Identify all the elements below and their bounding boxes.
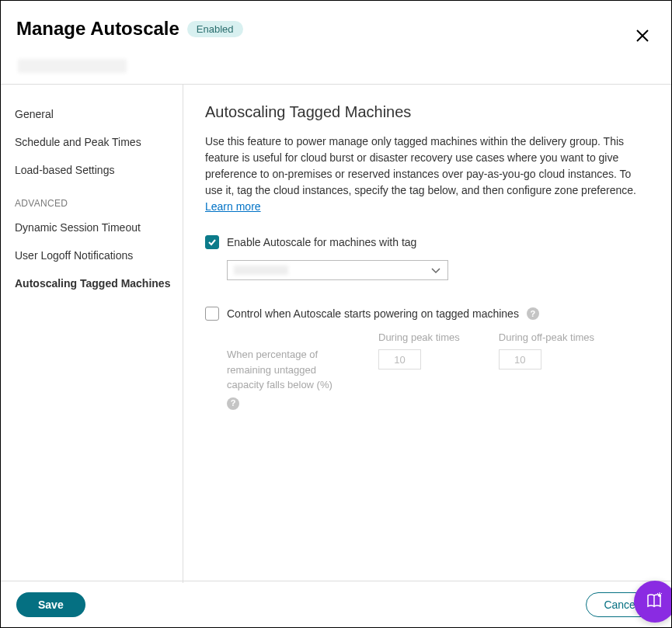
status-badge: Enabled — [187, 21, 243, 37]
enable-autoscale-label: Enable Autoscale for machines with tag — [227, 236, 416, 248]
subtitle-redacted — [18, 59, 127, 73]
offpeak-input[interactable] — [499, 349, 541, 370]
learn-more-link[interactable]: Learn more — [205, 200, 261, 213]
help-icon[interactable]: ? — [527, 307, 539, 320]
tag-select[interactable] — [227, 260, 448, 280]
sidebar-item-logoff-notifications[interactable]: User Logoff Notifications — [15, 241, 183, 269]
help-fab[interactable] — [634, 581, 672, 623]
offpeak-label: During off-peak times — [499, 331, 594, 343]
enable-autoscale-checkbox[interactable] — [205, 235, 219, 249]
content-description: Use this feature to power manage only ta… — [205, 134, 649, 215]
peak-label: During peak times — [378, 331, 460, 343]
sidebar: General Schedule and Peak Times Load-bas… — [1, 85, 183, 583]
sidebar-item-dynamic-timeout[interactable]: Dynamic Session Timeout — [15, 213, 183, 241]
control-powering-label: Control when Autoscale starts powering o… — [227, 307, 519, 320]
peak-input[interactable] — [378, 349, 421, 370]
sidebar-item-general[interactable]: General — [15, 100, 183, 128]
page-title: Manage Autoscale — [16, 18, 179, 40]
svg-point-0 — [658, 594, 661, 597]
chevron-down-icon — [430, 264, 441, 276]
sidebar-item-autoscaling-tagged[interactable]: Autoscaling Tagged Machines — [15, 269, 183, 297]
control-powering-checkbox[interactable] — [205, 307, 219, 321]
sidebar-item-load[interactable]: Load-based Settings — [15, 156, 183, 184]
book-icon — [645, 591, 665, 613]
sidebar-item-schedule[interactable]: Schedule and Peak Times — [15, 128, 183, 156]
close-icon[interactable] — [634, 27, 651, 47]
content-title: Autoscaling Tagged Machines — [205, 103, 649, 121]
tag-select-value-redacted — [234, 265, 288, 275]
check-icon — [207, 238, 217, 247]
capacity-label: When percentage of remaining untagged ca… — [227, 347, 339, 393]
help-icon[interactable]: ? — [227, 397, 239, 410]
save-button[interactable]: Save — [16, 592, 85, 617]
sidebar-section-advanced: ADVANCED — [15, 184, 183, 213]
